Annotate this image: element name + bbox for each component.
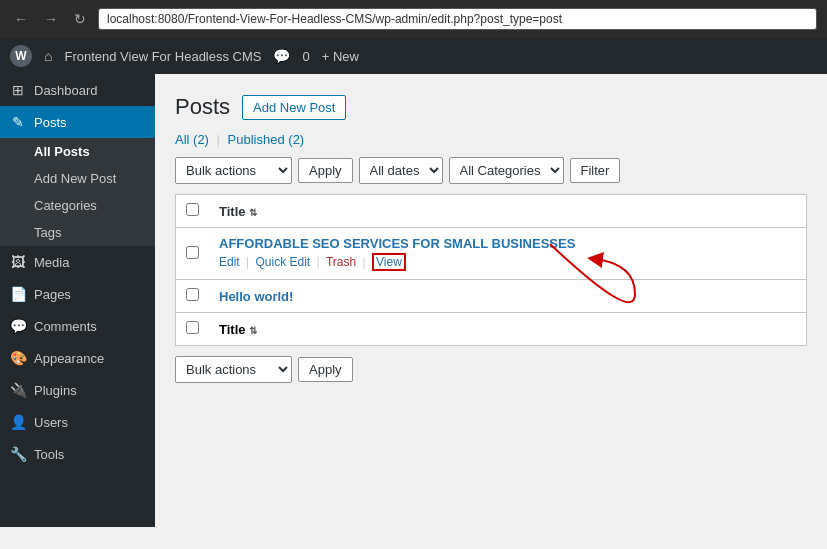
table-row: Hello world! [176, 280, 807, 313]
apply-button-bottom[interactable]: Apply [298, 357, 353, 382]
top-toolbar: Bulk actions Edit Move to Trash Apply Al… [175, 157, 807, 184]
sidebar-item-users[interactable]: 👤 Users [0, 406, 155, 438]
media-icon: 🖼 [10, 254, 26, 270]
row1-view-link[interactable]: View [376, 255, 402, 269]
filter-links: All (2) | Published (2) [175, 132, 807, 147]
row1-title-link[interactable]: AFFORDABLE SEO SERVICES FOR SMALL BUSINE… [219, 236, 575, 251]
users-icon: 👤 [10, 414, 26, 430]
th-footer-title[interactable]: Title ⇅ [209, 313, 807, 346]
all-categories-select[interactable]: All Categories [449, 157, 564, 184]
refresh-button[interactable]: ↻ [70, 9, 90, 29]
tools-icon: 🔧 [10, 446, 26, 462]
sidebar-label-posts: Posts [34, 115, 67, 130]
all-dates-select[interactable]: All dates [359, 157, 443, 184]
footer-title-header-label: Title [219, 322, 246, 337]
sep1: | [246, 255, 252, 269]
posts-submenu: All Posts Add New Post Categories Tags [0, 138, 155, 246]
th-title[interactable]: Title ⇅ [209, 195, 807, 228]
table-row: AFFORDABLE SEO SERVICES FOR SMALL BUSINE… [176, 228, 807, 280]
main-content: Posts Add New Post All (2) | Published (… [155, 74, 827, 527]
sidebar-sub-add-new-post[interactable]: Add New Post [0, 165, 155, 192]
row1-checkbox[interactable] [186, 246, 199, 259]
sep3: | [363, 255, 369, 269]
row2-title-cell: Hello world! [209, 280, 807, 313]
pages-icon: 📄 [10, 286, 26, 302]
table-footer-header-row: Title ⇅ [176, 313, 807, 346]
footer-select-all-checkbox[interactable] [186, 321, 199, 334]
appearance-icon: 🎨 [10, 350, 26, 366]
filter-button[interactable]: Filter [570, 158, 621, 183]
sidebar-label-plugins: Plugins [34, 383, 77, 398]
forward-button[interactable]: → [40, 9, 62, 29]
plugins-icon: 🔌 [10, 382, 26, 398]
footer-sort-icon: ⇅ [249, 325, 257, 336]
row2-checkbox-cell [176, 280, 210, 313]
comments-icon: 💬 [10, 318, 26, 334]
row2-checkbox[interactable] [186, 288, 199, 301]
sidebar-sub-all-posts[interactable]: All Posts [0, 138, 155, 165]
sidebar-label-dashboard: Dashboard [34, 83, 98, 98]
filter-all-link[interactable]: All (2) [175, 132, 209, 147]
row2-title-link[interactable]: Hello world! [219, 289, 293, 304]
wp-logo[interactable]: W [10, 45, 32, 67]
sort-icon: ⇅ [249, 207, 257, 218]
sidebar-item-pages[interactable]: 📄 Pages [0, 278, 155, 310]
sidebar-item-posts[interactable]: ✎ Posts [0, 106, 155, 138]
row1-quick-edit-link[interactable]: Quick Edit [255, 255, 310, 269]
table-header-row: Title ⇅ [176, 195, 807, 228]
sep2: | [317, 255, 323, 269]
wp-layout: ⊞ Dashboard ✎ Posts All Posts Add New Po… [0, 74, 827, 527]
page-title-row: Posts Add New Post [175, 94, 807, 120]
row1-actions: Edit | Quick Edit | Trash | View [219, 253, 796, 271]
th-footer-checkbox [176, 313, 210, 346]
bulk-actions-select-top[interactable]: Bulk actions Edit Move to Trash [175, 157, 292, 184]
admin-bar-new-link[interactable]: + New [322, 49, 359, 64]
admin-bar-comment-bubble[interactable]: 💬 [273, 48, 290, 64]
sidebar-label-comments: Comments [34, 319, 97, 334]
admin-bar-home-icon[interactable]: ⌂ [44, 48, 52, 64]
admin-bar-comment-count: 0 [302, 49, 309, 64]
filter-separator: | [217, 132, 220, 147]
bulk-actions-select-bottom[interactable]: Bulk actions Edit Move to Trash [175, 356, 292, 383]
apply-button-top[interactable]: Apply [298, 158, 353, 183]
posts-table-container: Title ⇅ AFFORDABLE SEO SERVICES FOR SMAL… [175, 194, 807, 346]
sidebar-label-pages: Pages [34, 287, 71, 302]
posts-table: Title ⇅ AFFORDABLE SEO SERVICES FOR SMAL… [175, 194, 807, 346]
posts-icon: ✎ [10, 114, 26, 130]
admin-bar-site-name[interactable]: Frontend View For Headless CMS [64, 49, 261, 64]
browser-chrome: ← → ↻ localhost:8080/Frontend-View-For-H… [0, 0, 827, 38]
sidebar-label-appearance: Appearance [34, 351, 104, 366]
sidebar-label-users: Users [34, 415, 68, 430]
sidebar: ⊞ Dashboard ✎ Posts All Posts Add New Po… [0, 74, 155, 527]
add-new-post-button[interactable]: Add New Post [242, 95, 346, 120]
sidebar-item-dashboard[interactable]: ⊞ Dashboard [0, 74, 155, 106]
bottom-toolbar: Bulk actions Edit Move to Trash Apply [175, 356, 807, 383]
page-title: Posts [175, 94, 230, 120]
row1-trash-link[interactable]: Trash [326, 255, 356, 269]
view-box-highlight: View [372, 253, 406, 271]
sidebar-item-plugins[interactable]: 🔌 Plugins [0, 374, 155, 406]
sidebar-item-media[interactable]: 🖼 Media [0, 246, 155, 278]
wp-admin-bar: W ⌂ Frontend View For Headless CMS 💬 0 +… [0, 38, 827, 74]
sidebar-label-media: Media [34, 255, 69, 270]
sidebar-sub-tags[interactable]: Tags [0, 219, 155, 246]
row1-checkbox-cell [176, 228, 210, 280]
filter-published-link[interactable]: Published (2) [228, 132, 305, 147]
row1-edit-link[interactable]: Edit [219, 255, 240, 269]
sidebar-item-appearance[interactable]: 🎨 Appearance [0, 342, 155, 374]
back-button[interactable]: ← [10, 9, 32, 29]
select-all-checkbox[interactable] [186, 203, 199, 216]
dashboard-icon: ⊞ [10, 82, 26, 98]
title-header-label: Title [219, 204, 246, 219]
sidebar-item-comments[interactable]: 💬 Comments [0, 310, 155, 342]
sidebar-sub-categories[interactable]: Categories [0, 192, 155, 219]
sidebar-label-tools: Tools [34, 447, 64, 462]
row1-title-cell: AFFORDABLE SEO SERVICES FOR SMALL BUSINE… [209, 228, 807, 280]
th-checkbox [176, 195, 210, 228]
sidebar-item-tools[interactable]: 🔧 Tools [0, 438, 155, 470]
address-bar[interactable]: localhost:8080/Frontend-View-For-Headles… [98, 8, 817, 30]
